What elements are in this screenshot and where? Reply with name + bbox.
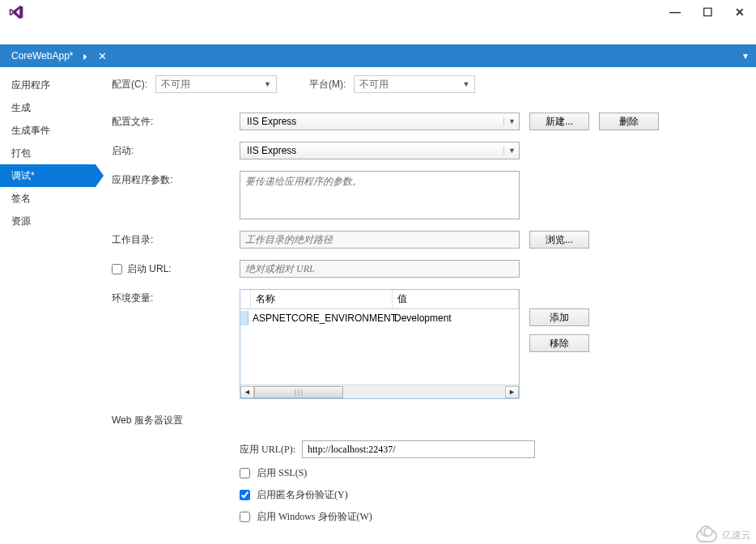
anonymous-auth-label: 启用匿名身份验证(Y)	[257, 488, 348, 502]
env-table-header: 名称 值	[240, 290, 519, 309]
launch-dropdown[interactable]: IIS Express ▼	[240, 142, 520, 159]
tab-close-icon[interactable]: ✕	[98, 50, 107, 62]
app-args-input[interactable]	[240, 171, 520, 219]
sidebar-item-signing[interactable]: 签名	[0, 187, 96, 210]
chevron-down-icon: ▼	[264, 80, 271, 88]
horizontal-scrollbar[interactable]: ◄ ∣∣∣ ►	[240, 385, 519, 398]
sidebar-item-package[interactable]: 打包	[0, 142, 96, 164]
cloud-icon	[696, 529, 717, 542]
app-url-input[interactable]	[302, 440, 535, 458]
platform-label: 平台(M):	[309, 78, 346, 91]
workdir-label: 工作目录:	[112, 231, 240, 247]
scroll-track[interactable]: ∣∣∣	[254, 386, 505, 398]
visual-studio-icon	[8, 4, 24, 20]
env-table[interactable]: 名称 值 ASPNETCORE_ENVIRONMENT Development …	[240, 289, 520, 399]
sidebar-item-build[interactable]: 生成	[0, 96, 96, 119]
sidebar: 应用程序 生成 生成事件 打包 调试* 签名 资源	[0, 67, 96, 544]
enable-ssl-checkbox[interactable]	[240, 468, 250, 478]
app-url-label: 应用 URL(P):	[240, 443, 295, 457]
platform-dropdown[interactable]: 不可用 ▼	[354, 75, 475, 93]
watermark-text: 亿速云	[722, 529, 751, 542]
sidebar-item-resources[interactable]: 资源	[0, 210, 96, 232]
platform-value: 不可用	[359, 78, 389, 91]
configuration-value: 不可用	[161, 78, 190, 91]
launch-url-label: 启动 URL:	[127, 262, 172, 276]
web-server-section: Web 服务器设置	[112, 414, 740, 427]
launch-url-checkbox-row: 启动 URL:	[112, 260, 240, 276]
sidebar-item-application[interactable]: 应用程序	[0, 74, 96, 96]
scroll-left-button[interactable]: ◄	[240, 386, 254, 398]
chevron-down-icon: ▼	[503, 147, 516, 155]
chevron-down-icon: ▼	[503, 117, 516, 125]
tab-strip: CoreWebApp* ⏵ ✕ ▾	[0, 45, 756, 67]
anonymous-auth-checkbox[interactable]	[240, 490, 250, 500]
scroll-thumb[interactable]: ∣∣∣	[254, 386, 343, 398]
profile-dropdown[interactable]: IIS Express ▼	[240, 113, 520, 130]
delete-profile-button[interactable]: 删除	[599, 113, 659, 130]
menubar	[0, 24, 756, 45]
main-panel: 配置(C): 不可用 ▼ 平台(M): 不可用 ▼ 配置文件: IIS Expr…	[96, 67, 756, 544]
tab-title: CoreWebApp*	[11, 50, 74, 62]
workdir-input[interactable]	[240, 231, 520, 249]
maximize-button[interactable]: ☐	[696, 4, 719, 20]
env-label: 环境变量:	[112, 289, 240, 305]
profile-label: 配置文件:	[112, 113, 240, 129]
windows-auth-checkbox[interactable]	[240, 512, 250, 522]
profile-value: IIS Express	[247, 116, 296, 127]
titlebar: — ☐ ✕	[0, 0, 756, 24]
sidebar-item-debug[interactable]: 调试*	[0, 164, 96, 187]
env-name-cell[interactable]: ASPNETCORE_ENVIRONMENT	[248, 311, 389, 325]
launch-url-input	[240, 260, 520, 278]
launch-url-checkbox[interactable]	[112, 264, 122, 274]
tab-overflow-button[interactable]: ▾	[735, 45, 756, 67]
windows-auth-label: 启用 Windows 身份验证(W)	[257, 510, 372, 524]
enable-ssl-label: 启用 SSL(S)	[257, 466, 307, 480]
launch-label: 启动:	[112, 142, 240, 158]
configuration-dropdown[interactable]: 不可用 ▼	[155, 75, 277, 93]
launch-value: IIS Express	[247, 145, 296, 156]
env-col-name[interactable]: 名称	[251, 290, 393, 308]
env-col-value[interactable]: 值	[393, 290, 519, 308]
app-args-label: 应用程序参数:	[112, 171, 240, 187]
new-profile-button[interactable]: 新建...	[529, 113, 589, 130]
pin-icon[interactable]: ⏵	[82, 52, 90, 61]
table-row[interactable]: ASPNETCORE_ENVIRONMENT Development	[240, 309, 519, 327]
env-value-cell[interactable]: Development	[389, 311, 519, 325]
tab-corewebapp[interactable]: CoreWebApp* ⏵ ✕	[0, 45, 115, 67]
minimize-button[interactable]: —	[664, 4, 686, 20]
remove-env-button[interactable]: 移除	[529, 334, 589, 352]
configuration-label: 配置(C):	[112, 78, 147, 91]
close-button[interactable]: ✕	[728, 4, 751, 20]
chevron-down-icon: ▼	[462, 80, 469, 88]
sidebar-item-build-events[interactable]: 生成事件	[0, 119, 96, 142]
add-env-button[interactable]: 添加	[529, 308, 589, 326]
scroll-right-button[interactable]: ►	[505, 386, 519, 398]
watermark: 亿速云	[696, 529, 751, 542]
browse-button[interactable]: 浏览...	[529, 231, 589, 249]
